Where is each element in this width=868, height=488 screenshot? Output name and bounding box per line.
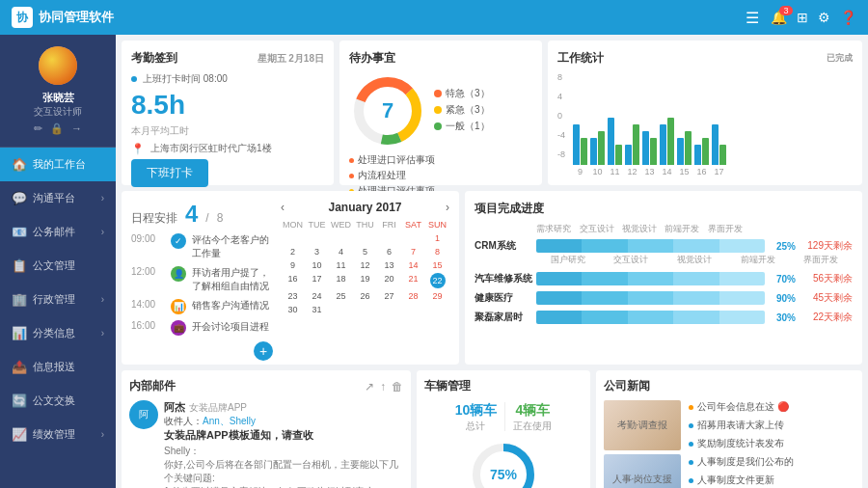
user-lock-icon[interactable]: 🔒 [50,122,64,135]
calendar-cell[interactable]: 1 [425,231,449,245]
grid-icon[interactable]: ⊞ [797,10,808,25]
schedule-list: 09:00 ✓ 评估今个老客户的工作量 12:00 👤 拜访者用户提了，了解相组… [131,233,273,336]
news-item-1: 公司年会信息在这 🔴 [689,400,854,414]
sidebar-item-performance[interactable]: 📈 绩效管理 › [0,418,116,451]
calendar-cell[interactable]: 3 [305,245,329,258]
schedule-item-3: 14:00 📊 销售客户沟通情况 [131,299,273,314]
calendar-cell[interactable]: 2 [281,245,305,258]
calendar-cell[interactable]: 23 [281,289,305,303]
calendar-cell[interactable]: 14 [401,258,425,272]
calendar-cell[interactable]: 13 [377,258,401,272]
mail-share-icon[interactable]: ↗ [365,380,374,393]
project-name-health: 健康医疗 [475,291,532,305]
month-avg: 本月平均工时 [131,124,324,138]
news-img-2: 人事·岗位支援 [604,454,681,488]
user-title: 交互设计师 [34,105,82,119]
calendar-cell[interactable]: 24 [305,289,329,303]
calendar-cell[interactable]: 6 [377,245,401,258]
news-bullet-3 [689,442,693,447]
calendar-cell[interactable]: 7 [401,245,425,258]
vehicle-total-stat: 10辆车 总计 [455,402,498,433]
calendar-cell[interactable]: 22 [425,272,449,289]
sidebar-item-report[interactable]: 📤 信息报送 [0,350,116,384]
news-img-1: 考勤·调查报 [604,400,681,450]
schedule-time: 14:00 [131,299,165,310]
calendar-cell[interactable]: 10 [305,258,329,272]
calendar-cell[interactable]: 30 [281,303,305,316]
calendar-cell[interactable]: 5 [353,245,377,258]
calendar-cell[interactable]: 16 [281,272,305,289]
health-stage-3 [628,291,673,305]
settings-icon[interactable]: ⚙ [818,10,830,25]
sidebar-item-workbench[interactable]: 🏠 我的工作台 [0,148,116,181]
add-schedule-button[interactable]: + [254,341,273,361]
schedule-slash: / [205,211,208,225]
sidebar-item-mail[interactable]: 📧 公务邮件 › [0,215,116,249]
vehicle-inuse-num: 4辆车 [513,402,552,420]
project-name-auto: 汽车维修系统 [475,272,532,285]
calendar-cell[interactable]: 18 [329,272,353,289]
calendar-cell[interactable]: 27 [377,289,401,303]
crm-stage-4 [673,239,719,253]
sidebar-item-label: 分类信息 [33,326,75,340]
sidebar-item-communication[interactable]: 💬 沟通平台 › [0,181,116,215]
mail-upload-icon[interactable]: ↑ [380,380,386,393]
help-icon[interactable]: ❓ [840,10,856,25]
schedule-content: 拜访者用户提了，了解相组自由情况 [192,266,273,293]
cal-prev-button[interactable]: ‹ [281,201,285,214]
calendar-cell[interactable]: 11 [329,258,353,272]
todo-dot [349,174,354,178]
user-logout-icon[interactable]: → [71,122,82,135]
calendar-cell[interactable]: 29 [425,289,449,303]
menu-icon[interactable]: ☰ [746,9,759,27]
calendar-cell[interactable]: 31 [305,303,329,316]
news-img1-label: 考勤·调查报 [617,419,668,432]
calendar-cell[interactable]: 21 [401,272,425,289]
sidebar-item-categories[interactable]: 📊 分类信息 › [0,316,116,350]
calendar-cell[interactable]: 26 [353,289,377,303]
checkout-button[interactable]: 下班打卡 [131,159,208,187]
calendar-cell[interactable]: 8 [425,245,449,258]
mail-item-1: 阿 阿杰 女装品牌APP 收件人：Ann、Shelly 女装品牌APP模板通知，… [129,400,403,488]
calendar-cell[interactable]: 19 [353,272,377,289]
schedule-item-4: 16:00 💼 开会讨论项目进程 [131,320,273,336]
blue-bar [712,124,719,165]
calendar-cell[interactable]: 25 [329,289,353,303]
bar-x-label: 11 [608,167,622,176]
cal-sat: SAT [401,218,425,231]
blue-bar [590,138,597,165]
news-text-1: 公司年会信息在这 🔴 [697,400,789,414]
home-bar-row: 聚磊家居时 30% 22天剩余 [475,311,853,324]
project-title: 项目完成进度 [475,201,853,217]
user-edit-icon[interactable]: ✏ [34,122,42,135]
calendar-cell[interactable]: 12 [353,258,377,272]
calendar-cell[interactable]: 28 [401,289,425,303]
mail-delete-icon[interactable]: 🗑 [392,380,403,393]
news-text-2: 招募用表请大家上传 [697,419,784,432]
work-hours: 8.5h [131,90,324,121]
schedule-content: 评估今个老客户的工作量 [192,233,273,260]
categories-icon: 📊 [12,326,27,340]
sidebar-item-admin[interactable]: 🏢 行政管理 › [0,283,116,316]
news-text-5: 人事制度文件更新 [697,474,774,487]
calendar-cell[interactable]: 4 [329,245,353,258]
sidebar: 张晓芸 交互设计师 ✏ 🔒 → 🏠 我的工作台 💬 沟通平台 › [0,35,116,488]
blue-bar [608,118,614,165]
legend-normal: 一般（1） [434,120,532,133]
calendar-cell[interactable]: 17 [305,272,329,289]
sidebar-item-label: 信息报送 [33,360,75,374]
sidebar-item-docmgmt[interactable]: 📋 公文管理 [0,249,116,283]
calendar-cell[interactable]: 15 [425,258,449,272]
news-item-3: 奖励制度统计表发布 [689,437,854,450]
sidebar-item-exchange[interactable]: 🔄 公文交换 [0,384,116,418]
health-bar-row: 健康医疗 90% 45天剩余 [475,291,853,305]
notification-icon[interactable]: 🔔3 [771,10,787,25]
home-percent: 30% [769,312,796,323]
checkin-label: 上班打卡时间 08:00 [143,72,228,86]
checkin-time-info: 上班打卡时间 08:00 [131,72,324,86]
calendar-cell[interactable]: 20 [377,272,401,289]
calendar-cell[interactable]: 9 [281,258,305,272]
attendance-title: 考勤签到 星期五 2月18日 [131,50,324,67]
todo-count: 7 [382,98,393,123]
cal-next-button[interactable]: › [446,201,449,214]
